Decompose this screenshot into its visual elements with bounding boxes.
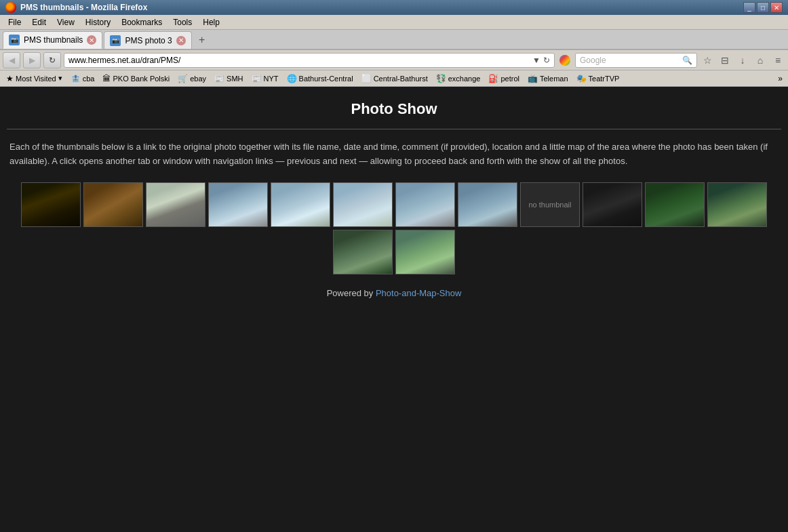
bookmark-most-visited-label: Most Visited bbox=[16, 75, 56, 83]
menu-edit[interactable]: Edit bbox=[26, 16, 52, 28]
thumbnail-11[interactable] bbox=[645, 182, 705, 227]
bookmark-bathurst-central[interactable]: 🌐 Bathurst-Central bbox=[283, 73, 357, 85]
maximize-button[interactable]: □ bbox=[757, 2, 769, 13]
bookmark-teatrtvp-label: TeatrTVP bbox=[589, 75, 620, 83]
thumbnail-10[interactable] bbox=[583, 182, 642, 227]
bookmark-petrol-label: petrol bbox=[500, 75, 519, 83]
most-visited-arrow: ▾ bbox=[58, 74, 62, 83]
tab-bar: 📷 PMS thumbnails ✕ 📷 PMS photo 3 ✕ + bbox=[0, 30, 788, 50]
url-refresh-icon[interactable]: ↻ bbox=[543, 56, 550, 65]
tab-2-close[interactable]: ✕ bbox=[176, 36, 186, 45]
thumbnails-container: no thumbnail bbox=[7, 182, 781, 274]
search-bar[interactable]: Google 🔍 bbox=[575, 53, 697, 68]
menu-help[interactable]: Help bbox=[197, 16, 225, 28]
bookmark-central-bathurst[interactable]: ⬜ Central-Bathurst bbox=[358, 73, 431, 85]
tab-1-label: PMS thumbnails bbox=[24, 35, 83, 45]
download-icon[interactable]: ↓ bbox=[735, 53, 750, 68]
menu-bookmarks[interactable]: Bookmarks bbox=[116, 16, 168, 28]
thumbnail-2[interactable] bbox=[83, 182, 143, 227]
google-icon bbox=[557, 53, 572, 68]
bookmark-ebay-label: ebay bbox=[190, 75, 206, 83]
thumbnail-no-thumb[interactable]: no thumbnail bbox=[520, 182, 580, 227]
tab-1-favicon: 📷 bbox=[9, 35, 20, 45]
window-title: PMS thumbnails - Mozilla Firefox bbox=[20, 3, 147, 12]
url-dropdown-icon[interactable]: ▼ bbox=[532, 56, 540, 65]
bookmark-star-icon[interactable]: ☆ bbox=[700, 53, 715, 68]
bookmark-teleman-label: Teleman bbox=[540, 75, 568, 83]
thumbnail-6[interactable] bbox=[333, 182, 393, 227]
thumbnail-7[interactable] bbox=[395, 182, 455, 227]
thumbnail-5[interactable] bbox=[271, 182, 330, 227]
thumbnail-8[interactable] bbox=[458, 182, 517, 227]
bookmark-pko-label: PKO Bank Polski bbox=[113, 75, 170, 83]
tab-pms-photo3[interactable]: 📷 PMS photo 3 ✕ bbox=[104, 31, 191, 49]
no-thumbnail-text: no thumbnail bbox=[529, 201, 572, 209]
teatrtvp-icon: 🎭 bbox=[576, 74, 587, 83]
bookmark-exchange[interactable]: 💱 exchange bbox=[433, 73, 484, 85]
tab-pms-thumbnails[interactable]: 📷 PMS thumbnails ✕ bbox=[3, 31, 102, 49]
minimize-button[interactable]: _ bbox=[743, 2, 755, 13]
tab-2-favicon: 📷 bbox=[110, 35, 121, 46]
page-content: Photo Show Each of the thumbnails below … bbox=[0, 87, 788, 480]
bookmark-teleman[interactable]: 📺 Teleman bbox=[524, 73, 572, 85]
home-icon[interactable]: ⌂ bbox=[753, 53, 768, 68]
tab-2-label: PMS photo 3 bbox=[125, 36, 172, 45]
window-controls[interactable]: _ □ ✕ bbox=[743, 2, 783, 13]
url-bar[interactable]: www.hermes.net.au/dran/PMS/ ▼ ↻ bbox=[64, 53, 555, 68]
menu-history[interactable]: History bbox=[80, 16, 116, 28]
bookmarks-bar: ★ Most Visited ▾ 🏦 cba 🏛 PKO Bank Polski… bbox=[0, 70, 788, 87]
new-tab-button[interactable]: + bbox=[193, 31, 211, 49]
page-description: Each of the thumbnails below is a link t… bbox=[7, 140, 781, 169]
powered-by: Powered by Photo-and-Map-Show bbox=[7, 288, 781, 298]
bookmarks-more-button[interactable]: » bbox=[775, 73, 785, 85]
nyt-icon: 📰 bbox=[252, 74, 262, 83]
firefox-logo bbox=[5, 2, 16, 13]
menu-bar: File Edit View History Bookmarks Tools H… bbox=[0, 15, 788, 30]
close-button[interactable]: ✕ bbox=[770, 2, 783, 13]
bookmark-most-visited[interactable]: ★ Most Visited ▾ bbox=[3, 73, 66, 85]
powered-by-text: Powered by bbox=[327, 288, 376, 298]
bookmark-petrol[interactable]: ⛽ petrol bbox=[485, 73, 523, 85]
tab-1-close[interactable]: ✕ bbox=[87, 35, 96, 45]
thumbnail-12[interactable] bbox=[707, 182, 767, 227]
bathurst-central-icon: 🌐 bbox=[287, 74, 297, 83]
ebay-icon: 🛒 bbox=[178, 74, 188, 83]
title-bar: PMS thumbnails - Mozilla Firefox _ □ ✕ bbox=[0, 0, 788, 15]
bookmark-bathurst-central-label: Bathurst-Central bbox=[299, 75, 353, 83]
thumbnail-3[interactable] bbox=[146, 182, 205, 227]
bookmark-manage-icon[interactable]: ⊟ bbox=[717, 53, 732, 68]
bookmark-exchange-label: exchange bbox=[448, 75, 481, 83]
search-placeholder: Google bbox=[580, 56, 606, 65]
pko-icon: 🏛 bbox=[102, 74, 111, 83]
bookmark-cba[interactable]: 🏦 cba bbox=[67, 73, 98, 85]
central-bathurst-icon: ⬜ bbox=[361, 74, 372, 83]
bookmark-nyt[interactable]: 📰 NYT bbox=[248, 73, 282, 85]
exchange-icon: 💱 bbox=[436, 74, 446, 83]
forward-button[interactable]: ▶ bbox=[23, 52, 41, 68]
menu-view[interactable]: View bbox=[52, 16, 80, 28]
bookmark-smh[interactable]: 📰 SMH bbox=[211, 73, 246, 85]
most-visited-icon: ★ bbox=[6, 74, 14, 83]
back-button[interactable]: ◀ bbox=[3, 52, 20, 68]
bookmark-nyt-label: NYT bbox=[264, 75, 279, 83]
bookmark-pko[interactable]: 🏛 PKO Bank Polski bbox=[99, 73, 173, 85]
petrol-icon: ⛽ bbox=[488, 74, 498, 83]
bookmark-teatrtvp[interactable]: 🎭 TeatrTVP bbox=[573, 73, 623, 85]
bookmark-ebay[interactable]: 🛒 ebay bbox=[174, 73, 210, 85]
menu-file[interactable]: File bbox=[3, 16, 26, 28]
refresh-button[interactable]: ↻ bbox=[43, 52, 61, 68]
url-text: www.hermes.net.au/dran/PMS/ bbox=[68, 56, 180, 65]
menu-icon[interactable]: ≡ bbox=[770, 53, 785, 68]
thumbnail-13[interactable] bbox=[333, 230, 393, 274]
thumbnail-1[interactable] bbox=[21, 182, 81, 227]
bookmark-central-bathurst-label: Central-Bathurst bbox=[374, 75, 428, 83]
menu-tools[interactable]: Tools bbox=[168, 16, 197, 28]
search-icon[interactable]: 🔍 bbox=[682, 56, 692, 65]
powered-by-link[interactable]: Photo-and-Map-Show bbox=[376, 288, 461, 298]
cba-icon: 🏦 bbox=[71, 74, 81, 83]
title-bar-left: PMS thumbnails - Mozilla Firefox bbox=[5, 2, 147, 13]
teleman-icon: 📺 bbox=[528, 74, 538, 83]
thumbnail-4[interactable] bbox=[208, 182, 268, 227]
bookmark-cba-label: cba bbox=[83, 75, 95, 83]
thumbnail-14[interactable] bbox=[395, 230, 455, 274]
